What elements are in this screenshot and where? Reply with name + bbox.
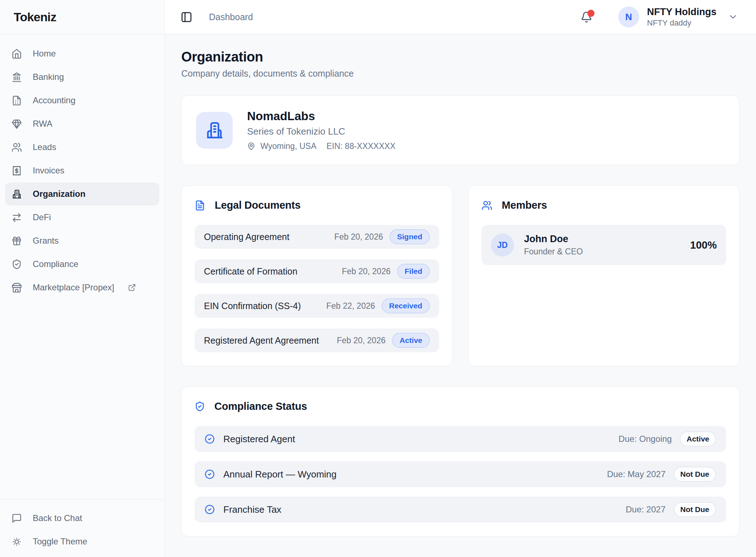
- company-location: Wyoming, USA: [260, 141, 316, 151]
- document-name: Operating Agreement: [204, 232, 334, 242]
- page-subtitle: Company details, documents & compliance: [181, 68, 739, 79]
- topbar-right: N NFTY Holdings NFTY daddy: [580, 6, 738, 28]
- company-card: NomadLabs Series of Tokenizio LLC Wyomin…: [181, 95, 739, 165]
- chat-bubble-icon: [12, 513, 22, 524]
- panel-left-icon: [181, 11, 192, 23]
- sidebar-nav: Home Banking Accounting RWA Leads: [0, 34, 164, 499]
- file-text-icon: [195, 200, 205, 211]
- document-date: Feb 20, 2026: [334, 232, 383, 242]
- company-meta: Wyoming, USA EIN: 88-XXXXXXX: [247, 141, 395, 151]
- page-content: Organization Company details, documents …: [165, 34, 756, 557]
- sidebar-item-banking[interactable]: Banking: [5, 65, 159, 89]
- sidebar-item-rwa[interactable]: RWA: [5, 112, 159, 135]
- back-to-chat-label: Back to Chat: [33, 513, 82, 523]
- compliance-due: Due: May 2027: [607, 469, 666, 479]
- document-name: Registered Agent Agreement: [204, 335, 337, 346]
- toggle-theme-label: Toggle Theme: [33, 536, 87, 547]
- sidebar-item-leads[interactable]: Leads: [5, 136, 159, 159]
- building-icon: [205, 121, 224, 140]
- sidebar-item-compliance[interactable]: Compliance: [5, 253, 159, 276]
- sidebar-item-home[interactable]: Home: [5, 42, 159, 65]
- gem-icon: [12, 119, 22, 129]
- sidebar-item-marketplace[interactable]: Marketplace [Propex]: [5, 276, 159, 299]
- users-icon: [12, 142, 22, 153]
- sidebar-item-label: DeFi: [33, 212, 51, 222]
- member-info: John Doe Founder & CEO: [524, 234, 583, 257]
- sidebar-item-grants[interactable]: Grants: [5, 229, 159, 252]
- storefront-icon: [12, 282, 22, 293]
- status-badge: Not Due: [674, 467, 716, 482]
- legal-documents-header: Legal Documents: [195, 199, 439, 211]
- cards-row: Legal Documents Operating Agreement Feb …: [181, 185, 739, 366]
- account-names: NFTY Holdings NFTY daddy: [647, 6, 716, 28]
- bank-icon: [12, 72, 22, 82]
- company-name: NomadLabs: [247, 109, 395, 123]
- status-badge: Filed: [397, 264, 430, 279]
- page-title: Organization: [181, 49, 739, 65]
- compliance-name: Registered Agent: [223, 434, 619, 445]
- sidebar-item-label: RWA: [33, 119, 53, 129]
- main-column: Dashboard N NFTY Holdings NFTY daddy Org…: [165, 0, 756, 557]
- document-row: Certificate of Formation Feb 20, 2026 Fi…: [195, 259, 439, 283]
- document-date: Feb 22, 2026: [326, 301, 375, 311]
- sidebar-item-label: Banking: [33, 72, 64, 82]
- document-row: Registered Agent Agreement Feb 20, 2026 …: [195, 329, 439, 352]
- sidebar-item-label: Home: [33, 49, 56, 59]
- check-circle-icon: [205, 469, 215, 479]
- check-circle-icon: [205, 434, 215, 444]
- compliance-row: Franchise Tax Due: 2027 Not Due: [195, 497, 726, 522]
- check-circle-icon: [205, 504, 215, 515]
- ledger-file-icon: [12, 95, 22, 106]
- compliance-due: Due: 2027: [626, 504, 666, 515]
- shield-check-icon: [12, 259, 22, 270]
- home-icon: [12, 49, 22, 59]
- notifications-button[interactable]: [580, 11, 592, 23]
- app-logo: Tokeniz: [14, 10, 56, 24]
- sidebar-item-label: Leads: [33, 142, 56, 152]
- sidebar-toggle-button[interactable]: [181, 11, 192, 23]
- sidebar-item-label: Accounting: [33, 95, 76, 105]
- status-badge: Active: [680, 431, 716, 447]
- account-subtitle: NFTY daddy: [647, 18, 716, 28]
- account-menu-button[interactable]: N NFTY Holdings NFTY daddy: [618, 6, 738, 28]
- sidebar-item-label: Marketplace [Propex]: [33, 282, 114, 293]
- toggle-theme-button[interactable]: Toggle Theme: [5, 530, 159, 553]
- sidebar-item-label: Invoices: [33, 166, 64, 176]
- sidebar-item-label: Compliance: [33, 259, 78, 269]
- member-avatar: JD: [491, 234, 514, 257]
- sidebar-item-defi[interactable]: DeFi: [5, 206, 159, 229]
- logo-area: Tokeniz: [0, 0, 164, 34]
- receipt-icon: [12, 166, 22, 176]
- account-avatar: N: [618, 6, 639, 27]
- company-ein: EIN: 88-XXXXXXX: [327, 141, 396, 151]
- account-name: NFTY Holdings: [647, 6, 716, 18]
- shield-check-icon: [195, 401, 205, 412]
- sidebar-item-organization[interactable]: Organization: [5, 182, 159, 205]
- compliance-status-card: Compliance Status Registered Agent Due: …: [181, 386, 739, 536]
- sidebar-item-label: Grants: [33, 236, 59, 246]
- status-badge: Active: [392, 333, 430, 348]
- document-date: Feb 20, 2026: [337, 336, 386, 345]
- notification-dot: [587, 10, 595, 17]
- company-info: NomadLabs Series of Tokenizio LLC Wyomin…: [247, 109, 395, 151]
- compliance-name: Annual Report — Wyoming: [223, 469, 607, 480]
- status-badge: Signed: [390, 229, 430, 244]
- compliance-due: Due: Ongoing: [619, 434, 672, 444]
- building-icon: [12, 189, 22, 199]
- sidebar-item-accounting[interactable]: Accounting: [5, 89, 159, 112]
- swap-arrows-icon: [12, 212, 22, 223]
- document-row: Operating Agreement Feb 20, 2026 Signed: [195, 225, 439, 249]
- status-badge: Received: [382, 298, 430, 313]
- back-to-chat-button[interactable]: Back to Chat: [5, 507, 159, 530]
- compliance-row: Registered Agent Due: Ongoing Active: [195, 426, 726, 452]
- external-link-icon: [128, 284, 136, 291]
- map-pin-icon: [247, 142, 255, 150]
- document-date: Feb 20, 2026: [342, 267, 391, 276]
- gift-icon: [12, 236, 22, 246]
- users-icon: [482, 200, 492, 211]
- sun-icon: [12, 536, 22, 547]
- member-row: JD John Doe Founder & CEO 100%: [482, 225, 726, 265]
- sidebar-item-invoices[interactable]: Invoices: [5, 159, 159, 182]
- members-title: Members: [502, 199, 547, 211]
- compliance-status-title: Compliance Status: [214, 400, 307, 412]
